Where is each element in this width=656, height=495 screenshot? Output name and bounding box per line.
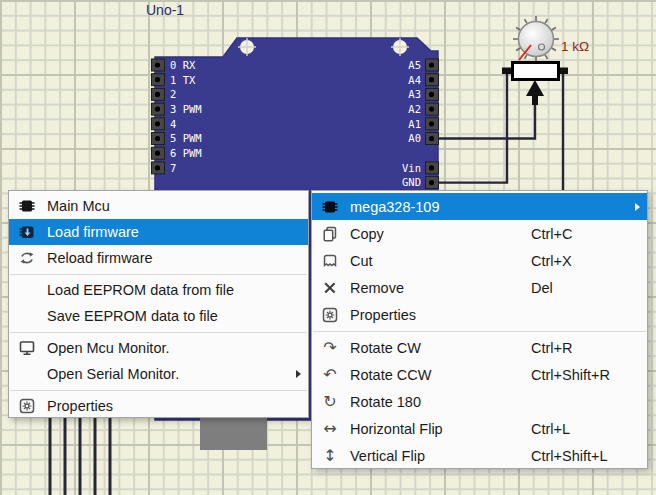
menu-item-reload-firmware[interactable]: Reload firmware	[9, 245, 308, 271]
submenu-arrow-icon	[296, 370, 301, 378]
pin-label: 4	[170, 118, 176, 130]
menu-item-label: Rotate 180	[350, 394, 531, 410]
reload-icon	[15, 249, 39, 268]
menu-item-copy[interactable]: Copy Ctrl+C	[312, 220, 647, 247]
rotate-180-icon: ↻	[318, 392, 342, 411]
wire-gnd-to-pot[interactable]	[438, 74, 507, 183]
menu-item-label: mega328-109	[350, 199, 531, 215]
menu-item-save-eeprom[interactable]: Save EEPROM data to file	[9, 303, 308, 329]
menu-item-open-mcu-monitor[interactable]: Open Mcu Monitor.	[9, 335, 308, 361]
rotate-ccw-icon: ↶	[318, 365, 342, 384]
menu-item-properties[interactable]: Properties	[312, 301, 647, 328]
pin-label: A0	[408, 132, 421, 144]
menu-item-label: Rotate CW	[350, 340, 531, 356]
potentiometer[interactable]	[502, 16, 568, 105]
usb-connector	[200, 415, 267, 450]
menu-item-shortcut: Ctrl+L	[531, 421, 570, 437]
pin-label: Vin	[402, 162, 421, 174]
potentiometer-knob[interactable]	[513, 16, 559, 62]
pin-label: A1	[408, 118, 421, 130]
menu-item-label: Save EEPROM data to file	[47, 308, 302, 324]
monitor-icon	[15, 339, 39, 358]
cut-icon	[318, 251, 342, 270]
menu-item-label: Open Mcu Monitor.	[47, 340, 302, 356]
menu-item-load-eeprom[interactable]: Load EEPROM data from file	[9, 277, 308, 303]
menu-item-label: Cut	[350, 253, 531, 269]
copy-icon	[318, 224, 342, 243]
menu-item-remove[interactable]: Remove Del	[312, 274, 647, 301]
pin-label: 1 TX	[170, 74, 196, 86]
menu-separator	[10, 390, 307, 391]
menu-item-label: Horizontal Flip	[350, 421, 531, 437]
load-firmware-icon	[15, 223, 39, 242]
menu-item-shortcut: Ctrl+X	[531, 253, 572, 269]
gear-icon	[318, 305, 342, 324]
pin-label: A3	[408, 88, 421, 100]
menu-item-label: Load EEPROM data from file	[47, 282, 302, 298]
pin-label: 2	[170, 88, 176, 100]
menu-separator	[10, 274, 307, 275]
pin-label: 7	[170, 162, 176, 174]
pin-label: A4	[408, 74, 421, 86]
pin-label: GND	[402, 176, 421, 188]
rotate-cw-icon: ↷	[318, 338, 342, 357]
menu-item-rotate-180[interactable]: ↻ Rotate 180	[312, 388, 647, 415]
pot-value-label: 1 kΩ	[561, 39, 589, 54]
mcu-context-menu: Main Mcu Load firmware Reload firmware L…	[8, 190, 309, 418]
menu-item-label: Load firmware	[47, 224, 302, 240]
menu-item-main-mcu[interactable]: Main Mcu	[9, 193, 308, 219]
menu-item-shortcut: Ctrl+R	[531, 340, 573, 356]
menu-item-shortcut: Ctrl+Shift+L	[531, 448, 608, 464]
wire-a0-to-wiper[interactable]	[438, 104, 535, 139]
gear-icon	[15, 397, 39, 416]
menu-item-label: Properties	[350, 307, 531, 323]
menu-item-label: Reload firmware	[47, 250, 302, 266]
menu-item-open-serial-monitor[interactable]: Open Serial Monitor.	[9, 361, 308, 387]
menu-item-label: Remove	[350, 280, 531, 296]
chip-icon	[15, 197, 39, 216]
pin-label: 6 PWM	[170, 147, 202, 159]
menu-item-label: Open Serial Monitor.	[47, 366, 302, 382]
potentiometer-body[interactable]	[513, 63, 559, 80]
menu-item-shortcut: Ctrl+C	[531, 226, 573, 242]
menu-item-label: Copy	[350, 226, 531, 242]
pin-header-right: A5 A4 A3 A2 A1 A0 Vin GND	[402, 59, 438, 189]
menu-item-rotate-cw[interactable]: ↷ Rotate CW Ctrl+R	[312, 334, 647, 361]
menu-separator	[313, 331, 646, 332]
pin-label: 5 PWM	[170, 132, 202, 144]
pin-label: 0 RX	[170, 59, 196, 71]
board-title: Uno-1	[146, 2, 184, 18]
submenu-arrow-icon	[635, 203, 640, 211]
menu-separator	[10, 332, 307, 333]
menu-item-label: Vertical Flip	[350, 448, 531, 464]
wire-bundle-bottom[interactable]	[50, 412, 110, 495]
menu-item-label: Properties	[47, 398, 302, 414]
menu-item-rotate-ccw[interactable]: ↶ Rotate CCW Ctrl+Shift+R	[312, 361, 647, 388]
menu-item-horizontal-flip[interactable]: ↔ Horizontal Flip Ctrl+L	[312, 415, 647, 442]
menu-item-vertical-flip[interactable]: ↕ Vertical Flip Ctrl+Shift+L	[312, 442, 647, 469]
menu-item-label: Main Mcu	[47, 198, 302, 214]
vflip-icon: ↕	[318, 446, 342, 465]
hflip-icon: ↔	[318, 419, 342, 438]
menu-item-label: Rotate CCW	[350, 367, 531, 383]
pot-wiper-arrow	[526, 80, 544, 105]
pin-label: A2	[408, 103, 421, 115]
chip-icon	[318, 197, 342, 216]
menu-item-cut[interactable]: Cut Ctrl+X	[312, 247, 647, 274]
menu-item-mega328[interactable]: mega328-109	[312, 193, 647, 220]
remove-icon	[318, 278, 342, 297]
menu-item-load-firmware[interactable]: Load firmware	[9, 219, 308, 245]
pin-label: A5	[408, 59, 421, 71]
pin-label: 3 PWM	[170, 103, 202, 115]
pot-terminal-left	[502, 68, 512, 75]
menu-item-shortcut: Del	[531, 280, 553, 296]
component-context-menu: mega328-109 Copy Ctrl+C Cut Ctrl+X Remov…	[311, 190, 648, 469]
menu-item-shortcut: Ctrl+Shift+R	[531, 367, 610, 383]
simulide-canvas: 0 RX 1 TX 2 3 PWM 4 5 PWM 6 PWM 7 A5 A4 …	[0, 0, 656, 495]
menu-item-properties[interactable]: Properties	[9, 393, 308, 419]
